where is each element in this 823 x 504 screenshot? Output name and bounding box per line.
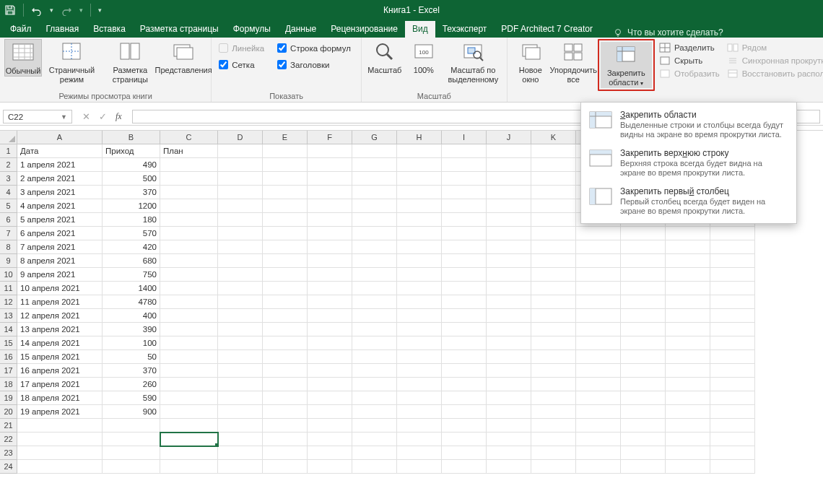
cell[interactable] xyxy=(160,309,218,323)
cell[interactable] xyxy=(710,460,755,474)
cell[interactable] xyxy=(352,268,397,282)
cell[interactable] xyxy=(710,405,755,419)
cell[interactable] xyxy=(397,144,442,158)
col-header-C[interactable]: C xyxy=(160,131,218,144)
cell[interactable] xyxy=(442,254,487,268)
cell[interactable] xyxy=(487,391,531,405)
cell[interactable] xyxy=(487,323,531,336)
namebox-dropdown-icon[interactable]: ▼ xyxy=(61,113,67,121)
cell[interactable] xyxy=(218,336,263,350)
cell[interactable] xyxy=(308,350,352,364)
row-header[interactable]: 13 xyxy=(0,309,17,323)
cell[interactable] xyxy=(710,309,755,323)
cell[interactable]: 18 апреля 2021 xyxy=(17,391,103,405)
cell[interactable]: 4780 xyxy=(103,295,160,309)
row-header[interactable]: 14 xyxy=(0,323,17,336)
cell[interactable] xyxy=(308,240,352,254)
row-header[interactable]: 8 xyxy=(0,240,17,254)
cell[interactable] xyxy=(531,227,576,240)
cell[interactable] xyxy=(218,295,263,309)
cell[interactable] xyxy=(397,391,442,405)
cell[interactable] xyxy=(576,446,621,460)
cell[interactable] xyxy=(352,350,397,364)
cell[interactable] xyxy=(218,433,263,446)
cell[interactable] xyxy=(531,213,576,227)
col-header-J[interactable]: J xyxy=(487,131,531,144)
cell[interactable] xyxy=(263,405,308,419)
cell[interactable] xyxy=(531,172,576,186)
freeze-panes-item[interactable]: Закрепить областиВыделенные строки и сто… xyxy=(581,105,796,144)
cell[interactable] xyxy=(263,350,308,364)
cell[interactable] xyxy=(710,364,755,378)
cell[interactable] xyxy=(352,172,397,186)
cell[interactable] xyxy=(218,144,263,158)
cell[interactable] xyxy=(352,433,397,446)
cell[interactable] xyxy=(218,323,263,336)
cell[interactable] xyxy=(218,378,263,391)
cell[interactable] xyxy=(576,323,621,336)
cell[interactable]: 100 xyxy=(103,336,160,350)
cell[interactable] xyxy=(263,378,308,391)
cell[interactable] xyxy=(160,378,218,391)
cell[interactable] xyxy=(308,405,352,419)
cell[interactable] xyxy=(160,240,218,254)
cell[interactable] xyxy=(576,350,621,364)
cell[interactable] xyxy=(352,144,397,158)
hide-button[interactable]: Скрыть xyxy=(659,55,720,66)
cell[interactable] xyxy=(666,282,710,295)
cell[interactable] xyxy=(576,378,621,391)
row-header[interactable]: 21 xyxy=(0,419,17,433)
cell[interactable] xyxy=(218,309,263,323)
cell[interactable] xyxy=(160,323,218,336)
cell[interactable]: 9 апреля 2021 xyxy=(17,268,103,282)
cell[interactable]: Дата xyxy=(17,144,103,158)
cell[interactable] xyxy=(531,350,576,364)
cell[interactable] xyxy=(487,240,531,254)
cell[interactable] xyxy=(666,268,710,282)
cell[interactable] xyxy=(160,336,218,350)
tab-9[interactable]: PDF Architect 7 Creator xyxy=(494,21,600,38)
cell[interactable] xyxy=(442,336,487,350)
cell[interactable] xyxy=(397,446,442,460)
zoom-selection-button[interactable]: Масштаб по выделенному xyxy=(444,39,502,84)
cell[interactable] xyxy=(218,158,263,172)
cell[interactable] xyxy=(487,268,531,282)
cell[interactable]: 400 xyxy=(103,309,160,323)
cell[interactable] xyxy=(263,364,308,378)
cell[interactable] xyxy=(352,405,397,419)
cell[interactable] xyxy=(442,144,487,158)
cell[interactable] xyxy=(218,227,263,240)
cell[interactable] xyxy=(308,364,352,378)
cell[interactable] xyxy=(531,405,576,419)
cell[interactable] xyxy=(308,460,352,474)
tab-0[interactable]: Файл xyxy=(3,21,39,38)
cell[interactable] xyxy=(666,295,710,309)
tab-7[interactable]: Вид xyxy=(405,21,435,38)
cell[interactable] xyxy=(621,350,666,364)
cell[interactable] xyxy=(218,199,263,213)
row-header[interactable]: 7 xyxy=(0,227,17,240)
cell[interactable] xyxy=(531,323,576,336)
cell[interactable] xyxy=(666,460,710,474)
cell[interactable] xyxy=(308,378,352,391)
cell[interactable] xyxy=(308,158,352,172)
cell[interactable] xyxy=(442,199,487,213)
cell[interactable] xyxy=(531,460,576,474)
cell[interactable] xyxy=(160,405,218,419)
cell[interactable] xyxy=(621,295,666,309)
cell[interactable] xyxy=(442,378,487,391)
cell[interactable] xyxy=(352,158,397,172)
cell[interactable] xyxy=(442,323,487,336)
chk-gridlines[interactable]: Сетка xyxy=(219,60,264,69)
cell[interactable] xyxy=(442,268,487,282)
col-header-I[interactable]: I xyxy=(442,131,487,144)
cell[interactable] xyxy=(442,364,487,378)
row-header[interactable]: 22 xyxy=(0,433,17,446)
cell[interactable] xyxy=(487,213,531,227)
cell[interactable] xyxy=(442,295,487,309)
view-pagebreak-button[interactable]: Страничный режим xyxy=(43,39,100,84)
row-header[interactable]: 17 xyxy=(0,364,17,378)
cell[interactable] xyxy=(666,433,710,446)
cell[interactable] xyxy=(263,172,308,186)
tab-8[interactable]: Техэксперт xyxy=(435,21,495,38)
